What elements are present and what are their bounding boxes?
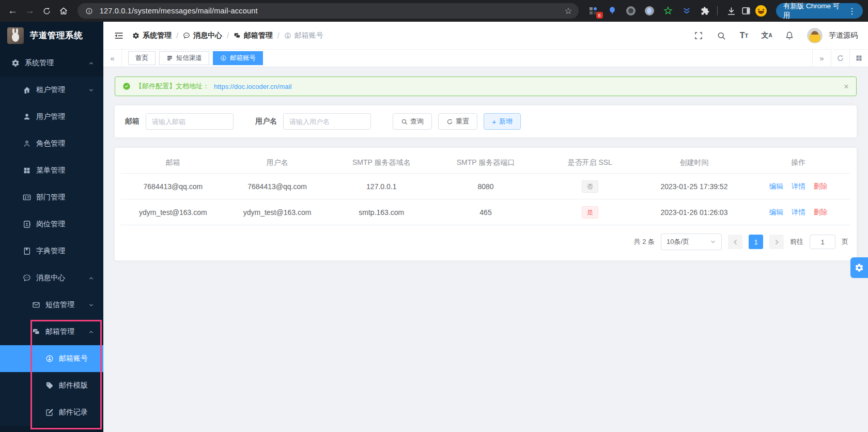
breadcrumb-separator: / <box>277 32 280 40</box>
extension-chevrons-icon[interactable] <box>681 5 692 17</box>
detail-link[interactable]: 详情 <box>792 208 805 216</box>
breadcrumb-item-system[interactable]: 系统管理 <box>132 31 172 40</box>
sidebar-item-user[interactable]: 用户管理 <box>0 103 103 130</box>
alert-close-icon[interactable]: × <box>844 82 849 91</box>
user-name[interactable]: 芋道源码 <box>829 31 858 40</box>
edit-link[interactable]: 编辑 <box>769 182 783 190</box>
house-icon <box>23 86 31 94</box>
search-button[interactable] <box>716 30 726 41</box>
page-size-select[interactable]: 10条/页 <box>661 234 722 250</box>
sidebar-item-mail[interactable]: 邮箱管理 <box>0 318 103 345</box>
profile-avatar-button[interactable] <box>754 3 769 19</box>
theme-settings-button[interactable] <box>850 257 868 278</box>
browser-back-button[interactable]: ← <box>4 3 21 19</box>
sidebar-item-dict[interactable]: 字典管理 <box>0 238 103 265</box>
tab-mail-account[interactable]: 邮箱账号 <box>213 51 263 65</box>
delete-link[interactable]: 删除 <box>814 182 828 190</box>
cell-username: 7684413@qq.com <box>225 182 330 191</box>
detail-link[interactable]: 详情 <box>792 182 805 190</box>
table-row: 7684413@qq.com 7684413@qq.com 127.0.0.1 … <box>121 174 850 199</box>
chat-bubble-icon <box>183 32 190 39</box>
gear-icon <box>11 59 20 67</box>
circle-person-icon <box>45 354 54 363</box>
language-button[interactable]: 文A <box>762 30 772 41</box>
sidebar-item-label: 邮箱管理 <box>45 327 74 336</box>
breadcrumb-item-mail[interactable]: 邮箱管理 <box>234 31 273 40</box>
doc-link[interactable]: https://doc.iocoder.cn/mail <box>214 83 291 90</box>
username-filter-input[interactable] <box>283 113 371 130</box>
sidebar-item-menu[interactable]: 菜单管理 <box>0 157 103 184</box>
sidebar-item-sms[interactable]: 短信管理 <box>0 291 103 318</box>
sidebar-item-role[interactable]: 角色管理 <box>0 130 103 157</box>
side-panel-button[interactable] <box>739 3 754 19</box>
browser-menu-icon[interactable]: ⋮ <box>844 6 860 16</box>
delete-link[interactable]: 删除 <box>814 208 828 216</box>
sidebar-item-label: 邮件记录 <box>59 408 88 417</box>
sidebar-item-dept[interactable]: 部门管理 <box>0 184 103 211</box>
page-number-button[interactable]: 1 <box>749 235 763 249</box>
sidebar-item-mail-log[interactable]: 邮件记录 <box>0 399 103 426</box>
url-text[interactable]: 127.0.0.1/system/messages/mail/mail-acco… <box>100 7 258 15</box>
tabs-scroll-left-button[interactable]: « <box>103 50 122 67</box>
pagination: 共 2 条 10条/页 1 前往 页 <box>121 225 850 260</box>
address-bar[interactable]: 127.0.0.1/system/messages/mail/mail-acco… <box>78 3 579 19</box>
search-form: 邮箱 用户名 查询 重置 + 新增 <box>115 105 857 137</box>
bookmark-star-icon[interactable]: ☆ <box>564 6 572 17</box>
fullscreen-button[interactable] <box>693 30 704 41</box>
prev-page-button[interactable] <box>728 235 742 249</box>
tabs-scroll-right-button[interactable]: » <box>812 50 831 67</box>
table-header-row: 邮箱 用户名 SMTP 服务器域名 SMTP 服务器端口 是否开启 SSL 创建… <box>121 152 850 174</box>
chevron-up-icon <box>88 329 94 335</box>
tab-sms-channel[interactable]: 短信渠道 <box>159 51 209 65</box>
browser-forward-button[interactable]: → <box>21 3 38 19</box>
sidebar-item-post[interactable]: 岗位管理 <box>0 211 103 238</box>
reset-button[interactable]: 重置 <box>438 113 477 130</box>
notification-bell-button[interactable] <box>784 30 795 41</box>
cell-create-time: 2023-01-25 17:39:52 <box>642 182 747 191</box>
open-tabs: 首页 短信渠道 邮箱账号 <box>122 50 812 67</box>
extension-circle-icon[interactable] <box>625 5 637 17</box>
breadcrumb-item-message-center[interactable]: 消息中心 <box>183 31 222 40</box>
chrome-update-button[interactable]: 有新版 Chrome 可用 ⋮ <box>776 3 863 19</box>
sidebar-item-label: 租户管理 <box>36 85 65 95</box>
tabs-refresh-button[interactable] <box>831 50 849 67</box>
font-size-button[interactable]: TT <box>739 30 749 41</box>
edit-link[interactable]: 编辑 <box>769 208 783 216</box>
add-button[interactable]: + 新增 <box>484 113 521 130</box>
app-title: 芋道管理系统 <box>30 30 83 41</box>
mail-account-table: 邮箱 用户名 SMTP 服务器域名 SMTP 服务器端口 是否开启 SSL 创建… <box>115 148 857 260</box>
browser-reload-button[interactable] <box>38 3 55 19</box>
tab-home[interactable]: 首页 <box>128 51 156 65</box>
extension-circle2-icon[interactable] <box>644 5 655 17</box>
extension-balloon-icon[interactable] <box>607 5 618 17</box>
ssl-status-badge: 否 <box>582 180 598 193</box>
app-logo[interactable]: 芋道管理系统 <box>0 22 103 50</box>
chevron-down-icon <box>88 87 94 93</box>
mail-filter-input[interactable] <box>146 113 234 130</box>
sidebar-fold-icon[interactable] <box>114 30 124 41</box>
ssl-status-badge: 是 <box>582 206 598 219</box>
cell-mail: 7684413@qq.com <box>121 182 225 191</box>
emoji-avatar-icon <box>755 5 767 17</box>
extension-star-icon[interactable] <box>662 5 674 17</box>
extension-grid-icon[interactable]: 8 <box>588 5 599 17</box>
search-submit-button[interactable]: 查询 <box>393 113 432 130</box>
extensions-puzzle-icon[interactable] <box>700 5 711 17</box>
goto-page-input[interactable] <box>810 235 835 249</box>
sidebar-item-tenant[interactable]: 租户管理 <box>0 76 103 103</box>
next-page-button[interactable] <box>769 235 784 249</box>
sidebar-item-mail-account[interactable]: 邮箱账号 <box>0 345 103 372</box>
column-header: 操作 <box>746 158 850 167</box>
user-icon <box>23 113 31 121</box>
browser-home-button[interactable] <box>55 3 72 19</box>
sidebar-submenu: 租户管理 用户管理 角色管理 菜单管理 部门管理 <box>0 76 103 426</box>
sidebar-item-system[interactable]: 系统管理 <box>0 50 103 76</box>
tabs-layout-button[interactable] <box>849 50 868 67</box>
sidebar-item-mail-template[interactable]: 邮件模版 <box>0 372 103 399</box>
user-avatar[interactable] <box>807 28 823 43</box>
sidebar-item-label: 邮件模版 <box>59 381 88 390</box>
site-info-icon[interactable] <box>84 5 95 17</box>
sidebar-item-message-center[interactable]: 消息中心 <box>0 265 103 291</box>
downloads-button[interactable] <box>724 3 739 19</box>
reload-icon <box>42 7 51 16</box>
